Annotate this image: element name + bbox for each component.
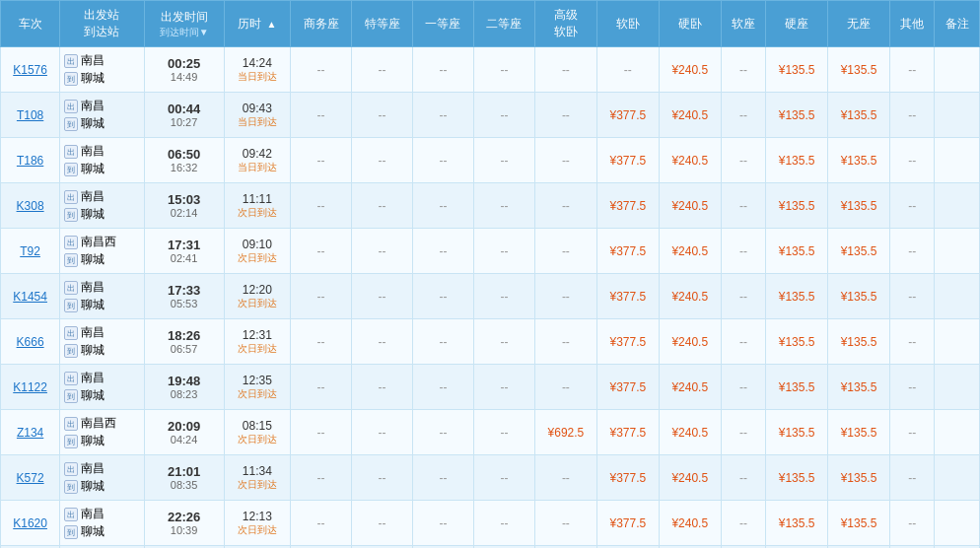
time-cell: 06:50 16:32 (144, 138, 224, 183)
header-soft-seat: 软座 (721, 1, 765, 47)
train-number[interactable]: T108 (1, 93, 60, 138)
time-cell: 00:25 14:49 (144, 47, 224, 93)
train-number[interactable]: T186 (1, 138, 60, 183)
from-station-icon: 出 (64, 281, 78, 295)
train-number[interactable]: K666 (1, 319, 60, 365)
business-seat: -- (291, 501, 352, 546)
from-station-icon: 出 (64, 326, 78, 340)
from-station-icon: 出 (64, 54, 78, 68)
train-link[interactable]: K1122 (13, 380, 47, 394)
train-link[interactable]: T186 (17, 154, 43, 168)
duration-time: 08:15 (229, 419, 286, 433)
hard-seat: ¥135.5 (766, 183, 828, 229)
soft-seat: -- (721, 319, 765, 365)
advanced-soft-sleep: -- (534, 365, 596, 410)
train-link[interactable]: K1576 (13, 63, 47, 77)
duration-time: 11:34 (229, 464, 286, 478)
train-number[interactable]: T92 (1, 229, 60, 274)
duration-time: 11:11 (229, 192, 286, 206)
arrive-day-note: 当日到达 (229, 161, 286, 174)
train-link[interactable]: T108 (17, 108, 43, 122)
depart-time: 15:03 (149, 192, 220, 207)
time-cell: 17:31 02:41 (144, 229, 224, 274)
soft-sleep: -- (596, 47, 659, 93)
train-number[interactable]: K1122 (1, 365, 60, 410)
advanced-soft-sleep: -- (534, 93, 596, 138)
business-seat: -- (291, 138, 352, 183)
station-cell: 出 南昌 到 聊城 (60, 47, 144, 93)
depart-time: 21:01 (149, 464, 220, 479)
duration-cell: 12:20 次日到达 (224, 274, 290, 319)
to-station-icon: 到 (64, 344, 78, 358)
second-seat: -- (473, 274, 534, 319)
arrive-time: 08:35 (149, 479, 220, 491)
to-station: 聊城 (81, 523, 105, 540)
header-train[interactable]: 车次 (1, 1, 60, 47)
train-number[interactable]: K1454 (1, 274, 60, 319)
duration-cell: 08:15 次日到达 (224, 410, 290, 455)
station-cell: 出 南昌 到 聊城 (60, 274, 144, 319)
header-second: 二等座 (473, 1, 534, 47)
soft-sleep: ¥377.5 (596, 410, 659, 455)
first-seat: -- (413, 319, 474, 365)
note (935, 455, 980, 501)
to-station-icon: 到 (64, 389, 78, 403)
time-cell: 19:48 08:23 (144, 365, 224, 410)
other-seat: -- (889, 410, 934, 455)
train-link[interactable]: Z134 (17, 426, 43, 440)
special-seat: -- (352, 365, 413, 410)
station-cell: 出 南昌 到 聊城 (60, 501, 144, 546)
note (935, 365, 980, 410)
other-seat: -- (889, 501, 934, 546)
train-schedule-table: 车次 出发站到达站 出发时间到达时间▼ 历时 ▲ 商务座 特等座 一等座 二等座… (0, 0, 980, 548)
advanced-soft-sleep: ¥692.5 (534, 410, 596, 455)
depart-time: 06:50 (149, 147, 220, 162)
header-no-seat: 无座 (828, 1, 890, 47)
hard-seat: ¥135.5 (766, 274, 828, 319)
first-seat: -- (413, 93, 474, 138)
business-seat: -- (291, 183, 352, 229)
train-link[interactable]: K572 (17, 471, 44, 485)
no-seat: ¥135.5 (828, 47, 890, 93)
second-seat: -- (473, 410, 534, 455)
train-link[interactable]: K1454 (13, 290, 47, 304)
business-seat: -- (291, 47, 352, 93)
first-seat: -- (413, 47, 474, 93)
to-station-icon: 到 (64, 435, 78, 448)
train-link[interactable]: K308 (17, 199, 44, 213)
duration-time: 09:42 (229, 147, 286, 161)
table-row: K1122 出 南昌 到 聊城 19:48 08:23 12:35 次日到达 -… (1, 365, 980, 410)
no-seat: ¥135.5 (828, 93, 890, 138)
soft-sleep: ¥377.5 (596, 138, 659, 183)
arrive-time: 14:49 (149, 71, 220, 83)
arrive-day-note: 次日到达 (229, 342, 286, 356)
duration-time: 12:35 (229, 374, 286, 387)
special-seat: -- (352, 47, 413, 93)
arrive-day-note: 次日到达 (229, 206, 286, 220)
from-station-icon: 出 (64, 372, 78, 385)
other-seat: -- (889, 274, 934, 319)
header-duration[interactable]: 历时 ▲ (224, 1, 290, 47)
no-seat: ¥135.5 (828, 319, 890, 365)
depart-time: 17:33 (149, 283, 220, 298)
station-cell: 出 南昌西 到 聊城 (60, 410, 144, 455)
no-seat: ¥135.5 (828, 138, 890, 183)
hard-seat: ¥135.5 (766, 47, 828, 93)
table-row: T186 出 南昌 到 聊城 06:50 16:32 09:42 当日到达 --… (1, 138, 980, 183)
train-number[interactable]: K1576 (1, 47, 60, 93)
advanced-soft-sleep: -- (534, 138, 596, 183)
no-seat: ¥135.5 (828, 229, 890, 274)
soft-seat: -- (721, 138, 765, 183)
header-first: 一等座 (413, 1, 474, 47)
first-seat: -- (413, 501, 474, 546)
train-number[interactable]: K308 (1, 183, 60, 229)
train-link[interactable]: K666 (17, 335, 44, 349)
other-seat: -- (889, 138, 934, 183)
train-number[interactable]: K572 (1, 455, 60, 501)
train-link[interactable]: K1620 (13, 516, 47, 530)
train-number[interactable]: K1620 (1, 501, 60, 546)
train-link[interactable]: T92 (20, 244, 40, 258)
hard-seat: ¥135.5 (766, 501, 828, 546)
header-time[interactable]: 出发时间到达时间▼ (144, 1, 224, 47)
train-number[interactable]: Z134 (1, 410, 60, 455)
